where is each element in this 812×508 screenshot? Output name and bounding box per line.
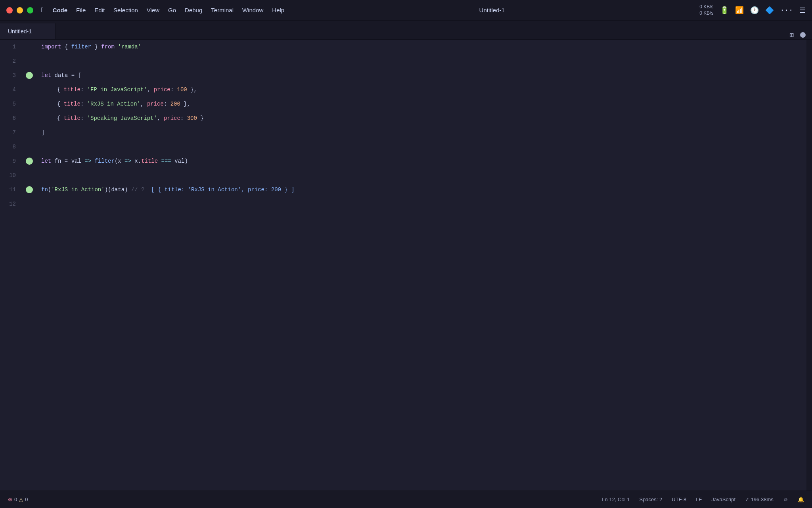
line-num-6: 6 <box>0 115 24 121</box>
statusbar-right: Ln 12, Col 1 Spaces: 2 UTF-8 LF JavaScri… <box>602 496 804 502</box>
line-num-11: 11 <box>0 187 24 193</box>
code-8 <box>35 140 806 154</box>
menu-edit[interactable]: Edit <box>94 7 105 13</box>
apple-menu[interactable]:  <box>41 6 44 14</box>
split-editor-icon[interactable]: ⊞ <box>789 31 794 39</box>
warning-number: 0 <box>25 496 28 502</box>
code-7: ] <box>35 125 806 140</box>
line-ending[interactable]: LF <box>696 496 702 502</box>
line-6: 6 { title: 'Speaking JavaScript', price:… <box>0 111 806 125</box>
breakpoint-11 <box>26 186 33 193</box>
line-num-2: 2 <box>0 58 24 64</box>
code-9: let fn = val => filter(x => x.title === … <box>35 154 806 168</box>
statusbar: ⊗ 0 △ 0 Ln 12, Col 1 Spaces: 2 UTF-8 LF … <box>0 491 812 508</box>
editor-tab[interactable]: Untitled-1 <box>0 23 56 39</box>
tab-label: Untitled-1 <box>8 28 32 35</box>
line-4: 4 { title: 'FP in JavaScript', price: 10… <box>0 83 806 97</box>
language-mode[interactable]: JavaScript <box>711 496 735 502</box>
notification-icon[interactable]: 🔔 <box>798 496 804 502</box>
menu-help[interactable]: Help <box>272 7 284 13</box>
line-num-3: 3 <box>0 72 24 79</box>
breakpoint-3 <box>26 72 33 79</box>
line-7: 7 ] <box>0 125 806 140</box>
line-11: 11 fn('RxJS in Action')(data) // ? [ { t… <box>0 183 806 197</box>
menu-view[interactable]: View <box>147 7 159 13</box>
line-12: 12 <box>0 197 806 211</box>
line-num-12: 12 <box>0 201 24 207</box>
menu-go[interactable]: Go <box>168 7 176 13</box>
feedback-icon[interactable]: ☺ <box>783 496 788 502</box>
warning-icon: △ <box>19 496 23 502</box>
network-down: 0 KB/s <box>699 10 713 17</box>
menu-terminal[interactable]: Terminal <box>211 7 234 13</box>
error-number: 0 <box>14 496 17 502</box>
timing-status[interactable]: ✓ 196.38ms <box>745 496 774 502</box>
menu-bar:  Code File Edit Selection View Go Debug… <box>41 6 284 14</box>
line-num-10: 10 <box>0 172 24 179</box>
bp-9[interactable] <box>24 158 35 165</box>
menu-debug[interactable]: Debug <box>185 7 202 13</box>
code-3: let data = [ <box>35 68 806 83</box>
error-icon: ⊗ <box>8 496 12 502</box>
minimize-button[interactable] <box>17 7 23 13</box>
menu-file[interactable]: File <box>76 7 86 13</box>
code-6: { title: 'Speaking JavaScript', price: 3… <box>35 111 806 125</box>
finder-icon: 🔷 <box>765 6 774 15</box>
line-8: 8 <box>0 140 806 154</box>
file-encoding[interactable]: UTF-8 <box>672 496 686 502</box>
menu-code[interactable]: Code <box>53 7 68 13</box>
titlebar-left:  Code File Edit Selection View Go Debug… <box>6 6 284 14</box>
code-12 <box>35 197 806 211</box>
window-title: Untitled-1 <box>479 7 505 13</box>
more-icon[interactable]: ··· <box>780 6 793 14</box>
code-4: { title: 'FP in JavaScript', price: 100 … <box>35 83 806 97</box>
settings-dot[interactable] <box>800 32 806 38</box>
tab-bar: Untitled-1 ⊞ <box>0 21 812 40</box>
line-num-8: 8 <box>0 144 24 150</box>
line-3: 3 let data = [ <box>0 68 806 83</box>
network-status: 0 KB/s 0 KB/s <box>699 4 713 16</box>
menu-window[interactable]: Window <box>242 7 263 13</box>
maximize-button[interactable] <box>27 7 33 13</box>
code-1: import { filter } from 'ramda' <box>35 40 806 54</box>
wifi-icon: 📶 <box>735 6 744 15</box>
line-num-1: 1 <box>0 44 24 50</box>
clock-icon: 🕐 <box>750 6 759 15</box>
line-num-5: 5 <box>0 101 24 107</box>
line-1: 1 import { filter } from 'ramda' <box>0 40 806 54</box>
list-icon[interactable]: ☰ <box>799 6 806 15</box>
line-num-7: 7 <box>0 129 24 136</box>
titlebar:  Code File Edit Selection View Go Debug… <box>0 0 812 21</box>
menu-selection[interactable]: Selection <box>113 7 138 13</box>
code-5: { title: 'RxJS in Action', price: 200 }, <box>35 97 806 111</box>
traffic-lights <box>6 7 33 13</box>
error-count[interactable]: ⊗ 0 △ 0 <box>8 496 28 502</box>
code-area[interactable]: 1 import { filter } from 'ramda' 2 3 let… <box>0 40 806 491</box>
line-num-4: 4 <box>0 87 24 93</box>
indent-type[interactable]: Spaces: 2 <box>639 496 662 502</box>
line-2: 2 <box>0 54 806 68</box>
statusbar-left: ⊗ 0 △ 0 <box>8 496 28 502</box>
titlebar-right: 0 KB/s 0 KB/s 🔋 📶 🕐 🔷 ··· ☰ <box>699 4 806 16</box>
bp-11[interactable] <box>24 186 35 193</box>
cursor-position[interactable]: Ln 12, Col 1 <box>602 496 630 502</box>
code-2 <box>35 54 806 68</box>
line-9: 9 let fn = val => filter(x => x.title ==… <box>0 154 806 168</box>
bp-3[interactable] <box>24 72 35 79</box>
code-10 <box>35 168 806 183</box>
scrollbar[interactable] <box>806 40 812 491</box>
code-11: fn('RxJS in Action')(data) // ? [ { titl… <box>35 183 806 197</box>
line-num-9: 9 <box>0 158 24 164</box>
close-button[interactable] <box>6 7 13 13</box>
line-5: 5 { title: 'RxJS in Action', price: 200 … <box>0 97 806 111</box>
battery-icon: 🔋 <box>720 6 729 15</box>
editor: 1 import { filter } from 'ramda' 2 3 let… <box>0 40 812 491</box>
line-10: 10 <box>0 168 806 183</box>
network-up: 0 KB/s <box>699 4 713 10</box>
breakpoint-9 <box>26 158 33 165</box>
